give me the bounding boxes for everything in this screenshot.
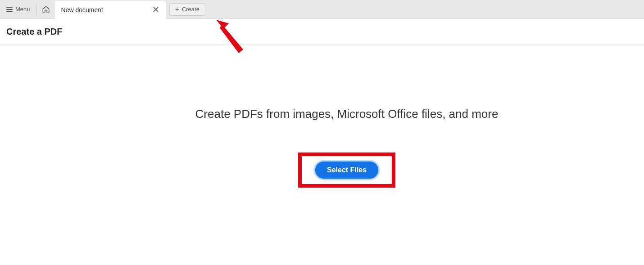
page-title: Create a PDF	[6, 27, 63, 37]
close-icon[interactable]	[152, 5, 159, 14]
home-icon	[42, 5, 50, 13]
header-bar: Create a PDF	[0, 19, 644, 45]
hero-text: Create PDFs from images, Microsoft Offic…	[0, 107, 644, 121]
document-tab[interactable]: New document	[55, 1, 166, 19]
top-bar: Menu New document + Create	[0, 0, 644, 19]
home-button[interactable]	[37, 0, 55, 18]
tab-title: New document	[61, 6, 103, 13]
create-button[interactable]: + Create	[169, 3, 205, 16]
create-label: Create	[182, 6, 200, 13]
menu-button[interactable]: Menu	[0, 0, 36, 18]
select-files-button[interactable]: Select Files	[314, 161, 379, 180]
highlight-annotation: Select Files	[298, 153, 395, 188]
plus-icon: +	[175, 6, 179, 13]
content-area: Create PDFs from images, Microsoft Offic…	[0, 45, 644, 188]
hamburger-icon	[6, 7, 13, 12]
menu-label: Menu	[15, 6, 30, 13]
